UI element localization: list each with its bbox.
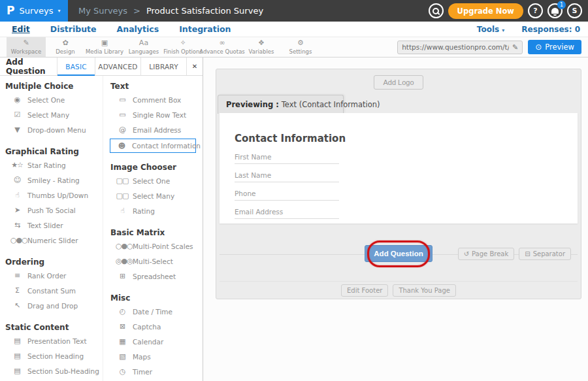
nav-distribute[interactable]: Distribute — [50, 24, 97, 34]
question-type-select-many[interactable]: ▢▢Select Many — [110, 188, 203, 203]
preview-button[interactable]: ⊙ Preview — [528, 40, 581, 54]
numeric-slider-icon: ○●○ — [10, 237, 24, 244]
question-type-star-rating[interactable]: ★☆Star Rating — [5, 157, 103, 173]
toolbar-design[interactable]: ✿Design — [46, 37, 85, 57]
question-type-contact-information[interactable]: ☻Contact Information+ — [110, 139, 196, 153]
search-button[interactable] — [429, 3, 444, 18]
question-type-numeric-slider[interactable]: ○●○Numeric Slider — [5, 233, 103, 248]
breadcrumb-separator: > — [133, 6, 140, 16]
question-type-rank-order[interactable]: ≡Rank Order — [5, 268, 103, 283]
question-type-select-one[interactable]: ▢▢Select One — [110, 173, 203, 188]
avatar[interactable]: S — [567, 3, 582, 18]
top-actions: Upgrade Now ? 1 S — [429, 3, 588, 19]
notifications-button[interactable]: 1 — [547, 3, 563, 18]
responses-counter[interactable]: Responses: 0 — [521, 25, 580, 34]
page-title: Product Satisfaction Survey — [146, 6, 263, 16]
close-panel-button[interactable]: ✕ — [186, 58, 203, 75]
question-type-calendar[interactable]: ▦Calendar — [110, 334, 203, 349]
timer-stopwatch-icon: ◷ — [116, 368, 129, 375]
question-type-select-one[interactable]: ◉Select One — [5, 92, 103, 107]
question-type-drop-down-menu[interactable]: ▼Drop-down Menu — [5, 122, 103, 137]
nav-analytics[interactable]: Analytics — [117, 24, 159, 34]
edit-footer-button[interactable]: Edit Footer — [341, 284, 388, 297]
question-type-timer[interactable]: ◷Timer — [110, 364, 203, 379]
question-type-comment-box[interactable]: ▭Comment Box — [110, 92, 203, 107]
top-bar: P Surveys ▾ My Surveys > Product Satisfa… — [0, 0, 588, 22]
toolbar-finish-options[interactable]: ✧Finish Options — [163, 37, 203, 57]
toolbar-variables[interactable]: ❖Variables — [242, 37, 281, 57]
question-type-push-to-social[interactable]: ➤Push To Social — [5, 203, 103, 218]
breadcrumb-parent[interactable]: My Surveys — [78, 6, 127, 16]
field-first-name[interactable]: First Name — [235, 146, 339, 164]
toolbar-item-label: Finish Options — [163, 48, 203, 55]
contact-form-fields: First NameLast NamePhoneEmail Address — [235, 146, 339, 219]
nav-right: Tools ▾ Responses: 0 — [477, 25, 588, 34]
question-type-label: Push To Social — [27, 207, 76, 214]
toolbar-advance-quotas[interactable]: ∞Advance Quotas — [203, 37, 242, 57]
logo-row: Add Logo — [216, 69, 581, 95]
question-type-multi-select[interactable]: ◎●◎Multi-Select — [110, 254, 203, 269]
question-type-spreadsheet[interactable]: ⊞Spreadsheet — [110, 269, 203, 284]
toolbar-item-label: Settings — [289, 48, 312, 55]
question-type-date-time[interactable]: ◴Date / Time — [110, 304, 203, 319]
survey-url-field[interactable]: https://www.questionpro.com/t/AP53kZgUI … — [397, 41, 523, 54]
question-type-single-row-text[interactable]: ▭Single Row Text — [110, 107, 203, 122]
upgrade-now-button[interactable]: Upgrade Now — [448, 3, 523, 19]
presentation-text-icon: ▤ — [10, 337, 24, 344]
question-type-label: Star Rating — [27, 161, 66, 169]
field-email-address[interactable]: Email Address — [235, 201, 339, 219]
question-type-maps[interactable]: ▧Maps — [110, 349, 203, 364]
panel-body: Multiple Choice◉Select One☑Select Many▼D… — [0, 76, 203, 381]
question-type-constant-sum[interactable]: ΣConstant Sum — [5, 283, 103, 298]
nav-edit[interactable]: Edit — [12, 24, 30, 34]
question-type-email-address[interactable]: @Email Address — [110, 122, 203, 137]
question-type-label: Timer — [133, 368, 152, 376]
question-type-presentation-text[interactable]: ▤Presentation Text — [5, 333, 103, 348]
panel-column-1: Multiple Choice◉Select One☑Select Many▼D… — [0, 76, 103, 381]
question-type-label: Date / Time — [133, 308, 172, 316]
tab-advanced[interactable]: ADVANCED — [95, 58, 140, 75]
finish-options-wand-icon: ✧ — [180, 39, 186, 47]
page-break-button[interactable]: ↺ Page Break — [458, 248, 515, 260]
checkbox-list-icon: ☑ — [10, 111, 24, 118]
question-type-section-heading[interactable]: ▤Section Heading — [5, 348, 103, 363]
tools-menu[interactable]: Tools ▾ — [477, 25, 505, 34]
question-type-select-many[interactable]: ☑Select Many — [5, 107, 103, 122]
toolbar-languages[interactable]: AaLanguages — [124, 37, 163, 57]
thank-you-page-button[interactable]: Thank You Page — [393, 284, 456, 297]
question-type-label: Thumbs Up/Down — [27, 191, 88, 199]
bell-icon — [551, 8, 559, 14]
toolbar-media-library[interactable]: ▣Media Library — [85, 37, 124, 57]
help-button[interactable]: ? — [528, 3, 543, 18]
question-type-text-slider[interactable]: ⇆Text Slider — [5, 218, 103, 233]
edit-url-pencil-icon[interactable]: ✎ — [512, 43, 518, 52]
question-type-label: Drop-down Menu — [27, 126, 86, 134]
field-phone[interactable]: Phone — [235, 182, 339, 201]
add-logo-button[interactable]: Add Logo — [374, 75, 423, 90]
question-type-smiley-rating[interactable]: ☺Smiley - Rating — [5, 173, 103, 188]
question-type-section-sub-heading[interactable]: ▤Section Sub-Heading — [5, 363, 103, 378]
divider — [220, 281, 578, 282]
tab-basic[interactable]: BASIC — [57, 58, 95, 75]
question-type-captcha[interactable]: ⊠Captcha — [110, 319, 203, 334]
separator-button[interactable]: ⊟ Separator — [519, 248, 571, 260]
question-type-label: Numeric Slider — [27, 237, 78, 244]
nav-integration[interactable]: Integration — [179, 24, 231, 34]
question-preview-card: Contact Information First NameLast NameP… — [220, 113, 578, 224]
footer-buttons-row: Edit Footer Thank You Page — [216, 284, 581, 297]
toolbar-settings[interactable]: ⚙Settings — [281, 37, 320, 57]
question-type-thumbs-up-down[interactable]: ☝Thumbs Up/Down — [5, 188, 103, 203]
question-type-label: Email Address — [133, 126, 181, 134]
toolbar-workspace[interactable]: ✎Workspace — [7, 37, 46, 57]
tab-library[interactable]: LIBRARY — [140, 58, 186, 75]
question-type-drag-and-drop[interactable]: ↖Drag and Drop — [5, 298, 103, 313]
toolbar-item-label: Workspace — [11, 48, 41, 55]
product-switcher[interactable]: P Surveys ▾ — [0, 0, 68, 22]
toolbar-item-label: Variables — [249, 48, 274, 55]
question-type-rating[interactable]: ☝Rating — [110, 203, 203, 218]
field-last-name[interactable]: Last Name — [235, 164, 339, 182]
question-type-multi-point-scales[interactable]: ○●○Multi-Point Scales — [110, 239, 203, 254]
group-heading: Basic Matrix — [110, 228, 203, 237]
add-question-button[interactable]: Add Question — [365, 245, 432, 262]
constant-sum-sigma-icon: Σ — [10, 287, 24, 294]
